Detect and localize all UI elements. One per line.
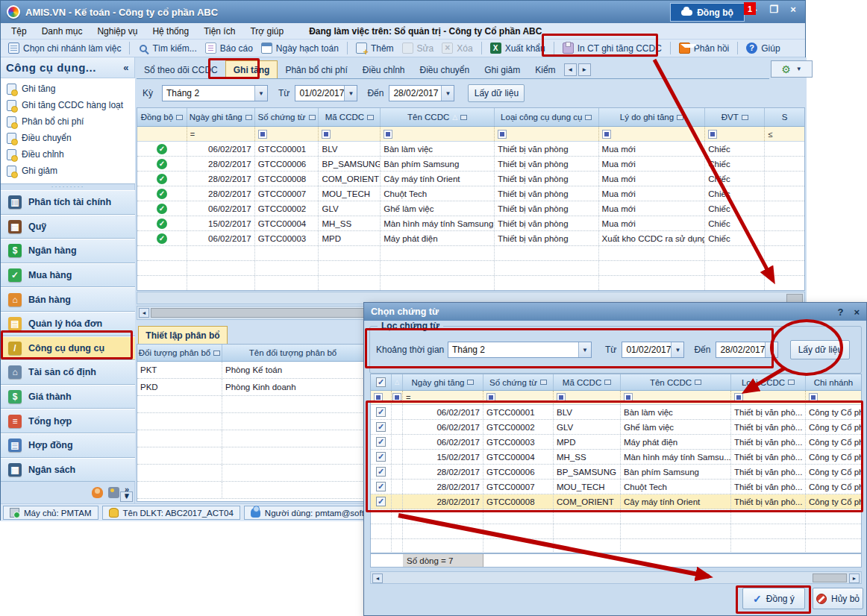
sidebar-task-dieu-chinh[interactable]: Điều chỉnh (1, 146, 135, 163)
column-header-sync[interactable]: Đồng bộ (137, 108, 187, 126)
column-header-type[interactable]: Loại công cụ dụng cụ (495, 108, 599, 126)
checkbox-checked-icon[interactable] (376, 407, 386, 417)
filter-cell[interactable] (255, 127, 319, 141)
tab-dieu-chinh[interactable]: Điều chỉnh (355, 61, 413, 78)
table-row[interactable]: ✓06/02/2017GTCC00003MPDMáy phát điệnThiế… (137, 231, 804, 246)
table-row[interactable]: 06/02/2017GTCC00003MPDMáy phát điệnThiết… (371, 435, 861, 450)
column-header-unit[interactable]: ĐVT (705, 108, 765, 126)
menu-item-operations[interactable]: Nghiệp vụ (97, 26, 137, 37)
table-row[interactable]: ✓28/02/2017GTCC00006BP_SAMSUNGBàn phím S… (137, 157, 804, 172)
tab-phan-bo-chi-phi[interactable]: Phân bổ chi phí (278, 61, 354, 78)
tab-ghi-tang[interactable]: Ghi tăng (225, 60, 278, 78)
dialog-hscrollbar[interactable]: ◄ ► (370, 571, 862, 584)
sidebar-more-button[interactable]: »▾ (125, 486, 129, 498)
filter-cell[interactable]: = (187, 127, 255, 141)
sidebar-module-invoice-management[interactable]: ▤Quản lý hóa đơn (1, 312, 135, 336)
table-row[interactable]: 28/02/2017GTCC00008COM_ORIENTCây máy tín… (371, 494, 861, 509)
dialog-load-data-button[interactable]: Lấy dữ liệu (790, 340, 850, 359)
column-header-doc-no[interactable]: Số chứng từ (483, 374, 554, 390)
menu-item-categories[interactable]: Danh mục (42, 26, 83, 37)
sidebar-collapse-button[interactable]: « (123, 62, 129, 73)
filter-cell[interactable] (381, 127, 495, 141)
table-row[interactable]: 28/02/2017GTCC00006BP_SAMSUNGBàn phím Sa… (371, 465, 861, 480)
sidebar-task-ghi-tang-hang-loat[interactable]: Ghi tăng CCDC hàng loạt (1, 97, 135, 113)
tab-dieu-chuyen[interactable]: Điều chuyển (413, 61, 478, 78)
dialog-period-combobox[interactable]: Tháng 2 ▼ (448, 342, 592, 358)
column-header-name[interactable]: Tên CCDC△ (381, 108, 495, 126)
filter-cell[interactable]: ≤ (765, 127, 804, 141)
dialog-to-date-picker[interactable]: 28/02/2017 ▼ (716, 342, 778, 358)
table-row[interactable]: ✓15/02/2017GTCC00004MH_SSMàn hình máy tí… (137, 216, 804, 231)
filter-cell[interactable] (392, 391, 403, 404)
tab-kiem[interactable]: Kiểm (528, 61, 563, 78)
sidebar-module-costing[interactable]: $Giá thành (1, 385, 135, 409)
checkbox-checked-icon[interactable] (376, 452, 386, 462)
menu-item-help[interactable]: Trợ giúp (250, 26, 284, 37)
filter-cell[interactable] (483, 391, 554, 404)
filter-cell[interactable] (495, 127, 599, 141)
chevron-down-icon[interactable]: ▼ (344, 86, 357, 101)
cancel-button[interactable]: Hủy bỏ (813, 588, 863, 609)
toolbar-button-print-ccdc-increase[interactable]: In CT ghi tăng CCDC (563, 43, 662, 54)
tab-scroll-left-button[interactable]: ◄ (564, 63, 577, 76)
sidebar-module-purchase[interactable]: ✓Mua hàng (1, 263, 135, 288)
toolbar-button-add[interactable]: Thêm (356, 43, 394, 54)
ok-button[interactable]: ✓ Đồng ý (742, 588, 805, 609)
sidebar-module-financial-analysis[interactable]: ▥Phân tích tài chính (1, 190, 135, 215)
filter-cell[interactable] (731, 391, 806, 404)
dialog-help-button[interactable]: ? (837, 307, 843, 318)
sidebar-task-ghi-giam[interactable]: Ghi giảm (1, 163, 135, 179)
checkbox-checked-icon[interactable] (376, 437, 386, 447)
users-icon[interactable] (92, 487, 103, 498)
column-header-name[interactable]: Tên CCDC (621, 374, 731, 390)
column-header-date[interactable]: Ngày ghi tăng (187, 108, 255, 126)
checkbox-checked-icon[interactable] (376, 467, 386, 477)
grid-settings-button[interactable]: ⚙ ▼ (771, 60, 813, 78)
sidebar-module-tools-supplies[interactable]: /Công cụ dụng cụ (1, 336, 135, 361)
toolbar-button-posting-date[interactable]: Ngày hạch toán (261, 43, 339, 54)
filter-cell[interactable] (621, 391, 731, 404)
column-header-branch[interactable]: Chi nhánh (806, 374, 861, 390)
sidebar-module-bank[interactable]: $Ngân hàng (1, 239, 135, 263)
scroll-right-button[interactable]: ► (849, 573, 860, 583)
chevron-down-icon[interactable]: ▼ (765, 342, 777, 357)
table-row[interactable]: 28/02/2017GTCC00007MOU_TECHChuột TechThi… (371, 480, 861, 494)
chevron-down-icon[interactable]: ▼ (671, 342, 683, 357)
column-header-alloc-target[interactable]: Đối tượng phân bổ (137, 345, 222, 361)
column-header-doc-no[interactable]: Số chứng từ (255, 108, 319, 126)
filter-cell[interactable] (371, 391, 392, 404)
dialog-close-button[interactable]: × (854, 307, 860, 318)
sidebar-splitter[interactable]: ········· (1, 184, 135, 190)
filter-cell[interactable] (137, 127, 187, 141)
checkbox-checked-icon[interactable] (376, 482, 386, 491)
sidebar-module-cash[interactable]: ▦Quỹ (1, 215, 135, 239)
sidebar-module-budget[interactable]: ▦Ngân sách (1, 458, 135, 483)
load-data-button[interactable]: Lấy dữ liệu (468, 84, 525, 102)
tab-so-theo-doi-ccdc[interactable]: Sổ theo dõi CCDC (137, 61, 225, 78)
period-combobox[interactable]: Tháng 2 ▼ (162, 85, 268, 101)
sidebar-task-dieu-chuyen[interactable]: Điều chuyển (1, 130, 135, 146)
column-header-code[interactable]: Mã CCDC (554, 374, 621, 390)
filter-cell[interactable] (319, 127, 381, 141)
column-header-reason[interactable]: Lý do ghi tăng (599, 108, 706, 126)
sidebar-module-fixed-assets[interactable]: ⌂Tài sản cố định (1, 360, 135, 385)
checkbox-checked-icon[interactable] (376, 422, 386, 432)
column-header-select-all[interactable] (371, 374, 392, 390)
scroll-left-button[interactable]: ◄ (139, 308, 149, 318)
close-button[interactable]: × (787, 4, 799, 15)
toolbar-button-help[interactable]: Giúp (746, 43, 780, 54)
from-date-picker[interactable]: 01/02/2017 ▼ (295, 85, 357, 101)
scrollbar-thumb[interactable] (813, 573, 847, 582)
sidebar-task-ghi-tang[interactable]: Ghi tăng (1, 81, 135, 97)
column-header-alloc-target-name[interactable]: Tên đối tượng phân bổ (222, 345, 364, 361)
toolbar-button-feedback[interactable]: Phản hồi (679, 43, 729, 54)
chevron-down-icon[interactable]: ▼ (254, 86, 267, 101)
filter-cell[interactable]: = (403, 391, 483, 404)
filter-cell[interactable] (554, 391, 621, 404)
column-header-sort[interactable]: △ (392, 374, 403, 390)
filter-cell[interactable] (806, 391, 861, 404)
column-header-type[interactable]: Loại CCDC (731, 374, 806, 390)
sidebar-task-phan-bo-chi-phi[interactable]: Phân bổ chi phí (1, 113, 135, 130)
permissions-icon[interactable] (108, 487, 119, 498)
sidebar-module-general[interactable]: ≡Tổng hợp (1, 409, 135, 433)
